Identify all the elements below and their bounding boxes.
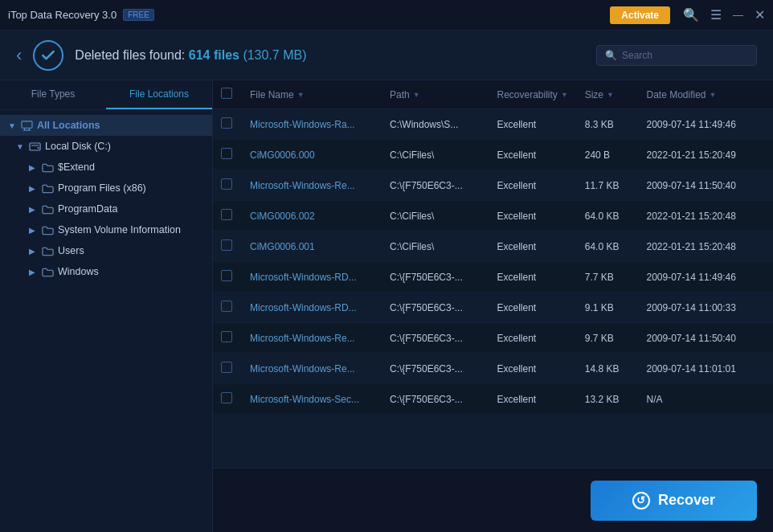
- search-input[interactable]: [622, 50, 748, 61]
- folder-sysvolinfo-icon: [41, 223, 54, 236]
- monitor-icon: [20, 119, 33, 132]
- row-checkbox-col[interactable]: [221, 392, 245, 406]
- table-row[interactable]: Microsoft-Windows-Ra... C:\Windows\S... …: [213, 109, 773, 140]
- recover-button[interactable]: ↺ Recover: [591, 481, 757, 521]
- row-checkbox-5[interactable]: [221, 270, 232, 281]
- tab-file-types[interactable]: File Types: [0, 80, 106, 109]
- cell-path-0: C:\Windows\S...: [385, 119, 493, 130]
- sidebar-item-program-files[interactable]: ▶ Program Files (x86): [0, 178, 212, 198]
- expand-arrow-local-disk: ▼: [16, 142, 26, 151]
- sort-size-icon: ▼: [607, 91, 614, 99]
- sidebar-item-extend[interactable]: ▶ $Extend: [0, 157, 212, 178]
- cell-size-4: 64.0 KB: [580, 241, 642, 252]
- recover-label: Recover: [658, 492, 715, 509]
- row-checkbox-8[interactable]: [221, 362, 232, 373]
- cell-recoverability-8: Excellent: [493, 363, 580, 374]
- svg-rect-4: [30, 143, 40, 150]
- sidebar-item-windows[interactable]: ▶ Windows: [0, 261, 212, 282]
- cell-path-1: C:\CiFiles\: [385, 149, 493, 161]
- row-checkbox-col[interactable]: [221, 270, 245, 284]
- sidebar-item-all-locations[interactable]: ▼ All Locations: [0, 115, 212, 136]
- header-checkbox-col[interactable]: [221, 88, 245, 101]
- table-row[interactable]: Microsoft-Windows-Re... C:\{F750E6C3-...…: [213, 354, 773, 384]
- cell-path-2: C:\{F750E6C3-...: [385, 180, 493, 191]
- cell-recoverability-2: Excellent: [493, 180, 580, 191]
- row-checkbox-3[interactable]: [221, 209, 232, 220]
- table-area: File Name ▼ Path ▼ Recoverability ▼ Size…: [213, 80, 773, 532]
- cell-filename-7: Microsoft-Windows-Re...: [245, 333, 385, 344]
- sidebar-tabs: File Types File Locations: [0, 80, 212, 110]
- sort-path-icon: ▼: [413, 91, 420, 99]
- table-row[interactable]: CiMG0006.002 C:\CiFiles\ Excellent 64.0 …: [213, 201, 773, 231]
- row-checkbox-9[interactable]: [221, 392, 232, 403]
- cell-path-6: C:\{F750E6C3-...: [385, 302, 493, 313]
- minimize-icon[interactable]: —: [733, 10, 743, 20]
- cell-size-6: 9.1 KB: [580, 302, 642, 313]
- file-count-val: 614 files: [189, 48, 239, 62]
- table-row[interactable]: CiMG0006.001 C:\CiFiles\ Excellent 64.0 …: [213, 231, 773, 262]
- row-checkbox-4[interactable]: [221, 239, 232, 251]
- cell-filename-5: Microsoft-Windows-RD...: [245, 272, 385, 283]
- row-checkbox-6[interactable]: [221, 301, 232, 312]
- table-row[interactable]: Microsoft-Windows-RD... C:\{F750E6C3-...…: [213, 293, 773, 323]
- cell-size-8: 14.8 KB: [580, 363, 642, 374]
- search-box[interactable]: 🔍: [596, 45, 757, 66]
- cell-path-3: C:\CiFiles\: [385, 211, 493, 222]
- row-checkbox-col[interactable]: [221, 117, 245, 131]
- app-title: iTop Data Recovery 3.0: [8, 9, 117, 21]
- row-checkbox-col[interactable]: [221, 331, 245, 345]
- table-row[interactable]: Microsoft-Windows-Re... C:\{F750E6C3-...…: [213, 170, 773, 201]
- search-icon: 🔍: [605, 50, 617, 61]
- cell-path-9: C:\{F750E6C3-...: [385, 394, 493, 405]
- sidebar-item-local-disk[interactable]: ▼ Local Disk (C:): [0, 136, 212, 157]
- search-titlebar-icon[interactable]: 🔍: [683, 9, 699, 22]
- col-header-size: Size ▼: [580, 89, 642, 100]
- sidebar-item-sysvolinfo[interactable]: ▶ System Volume Information: [0, 219, 212, 240]
- header: ‹ Deleted files found: 614 files (130.7 …: [0, 31, 773, 80]
- back-button[interactable]: ‹: [16, 45, 22, 66]
- row-checkbox-col[interactable]: [221, 209, 245, 223]
- row-checkbox-col[interactable]: [221, 301, 245, 314]
- select-all-checkbox[interactable]: [221, 88, 232, 99]
- cell-recoverability-1: Excellent: [493, 149, 580, 161]
- cell-path-7: C:\{F750E6C3-...: [385, 333, 493, 344]
- cell-recoverability-3: Excellent: [493, 211, 580, 222]
- row-checkbox-col[interactable]: [221, 178, 245, 192]
- row-checkbox-col[interactable]: [221, 362, 245, 375]
- menu-icon[interactable]: ☰: [710, 9, 722, 22]
- row-checkbox-2[interactable]: [221, 178, 232, 190]
- cell-filename-3: CiMG0006.002: [245, 211, 385, 222]
- tab-file-locations[interactable]: File Locations: [106, 80, 212, 109]
- row-checkbox-7[interactable]: [221, 331, 232, 342]
- sidebar-item-users[interactable]: ▶ Users: [0, 240, 212, 261]
- programdata-label: ProgramData: [58, 203, 117, 215]
- table-row[interactable]: Microsoft-Windows-Re... C:\{F750E6C3-...…: [213, 323, 773, 354]
- cell-size-0: 8.3 KB: [580, 119, 642, 130]
- table-row[interactable]: CiMG0006.000 C:\CiFiles\ Excellent 240 B…: [213, 140, 773, 170]
- cell-date-0: 2009-07-14 11:49:46: [642, 119, 750, 130]
- disk-icon: [28, 140, 41, 153]
- row-checkbox-col[interactable]: [221, 148, 245, 162]
- cell-recoverability-9: Excellent: [493, 394, 580, 405]
- cell-size-9: 13.2 KB: [580, 394, 642, 405]
- folder-users-icon: [41, 244, 54, 257]
- cell-date-8: 2009-07-14 11:01:01: [642, 363, 750, 374]
- table-row[interactable]: Microsoft-Windows-RD... C:\{F750E6C3-...…: [213, 262, 773, 293]
- row-checkbox-0[interactable]: [221, 117, 232, 129]
- expand-arrow-users: ▶: [29, 247, 39, 256]
- sidebar-item-programdata[interactable]: ▶ ProgramData: [0, 198, 212, 219]
- sidebar: File Types File Locations ▼ All Location…: [0, 80, 213, 532]
- cell-date-2: 2009-07-14 11:50:40: [642, 180, 750, 191]
- activate-button[interactable]: Activate: [610, 6, 670, 24]
- cell-path-8: C:\{F750E6C3-...: [385, 363, 493, 374]
- cell-recoverability-6: Excellent: [493, 302, 580, 313]
- cell-date-6: 2009-07-14 11:00:33: [642, 302, 750, 313]
- row-checkbox-col[interactable]: [221, 239, 245, 253]
- cell-date-3: 2022-01-21 15:20:48: [642, 211, 750, 222]
- footer: ↺ Recover: [213, 468, 773, 532]
- close-icon[interactable]: ✕: [755, 9, 765, 22]
- files-found-static: Deleted files found:: [75, 48, 185, 62]
- programfiles-label: Program Files (x86): [58, 182, 146, 194]
- table-row[interactable]: Microsoft-Windows-Sec... C:\{F750E6C3-..…: [213, 384, 773, 415]
- row-checkbox-1[interactable]: [221, 148, 232, 159]
